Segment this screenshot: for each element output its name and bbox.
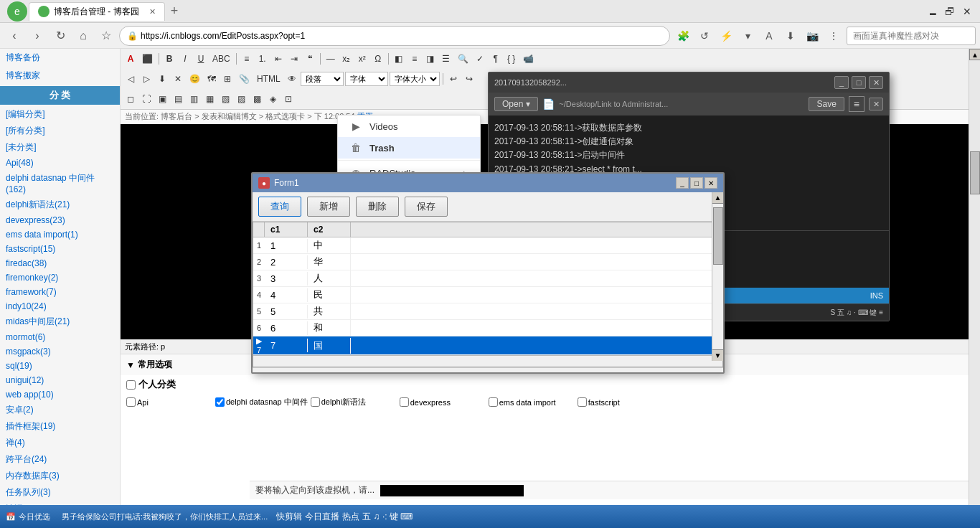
personal-category-checkbox[interactable] [126, 380, 136, 390]
query-button[interactable]: 查询 [258, 197, 301, 217]
delete-button[interactable]: 删除 [356, 197, 399, 217]
grid-row-2[interactable]: 2 2 华 [253, 254, 722, 270]
restore-icon[interactable]: 🗗 [943, 4, 957, 19]
sidebar-item-midas[interactable]: midas中间层(21) [0, 314, 120, 330]
tool-1[interactable]: ▣ [155, 92, 169, 106]
redo-btn[interactable]: ↪ [462, 72, 476, 86]
sidebar-item-all-categories[interactable]: [所有分类] [0, 123, 120, 139]
sidebar-item-ems[interactable]: ems data import(1) [0, 227, 120, 242]
grid-row-4[interactable]: 4 4 民 [253, 287, 722, 303]
close-icon[interactable]: ✕ [960, 4, 974, 19]
category-item-devexpress[interactable]: devexpress [400, 397, 486, 407]
sidebar-item-indy[interactable]: indy10(24) [0, 299, 120, 314]
hr-btn[interactable]: — [324, 52, 338, 66]
tool-7[interactable]: ▩ [250, 92, 264, 106]
grid-row-5[interactable]: 5 5 共 [253, 303, 722, 320]
sidebar-item-framework[interactable]: framework(7) [0, 285, 120, 299]
font-color-btn[interactable]: A [123, 52, 138, 66]
underline-btn[interactable]: U [194, 52, 208, 66]
tool-2[interactable]: ▤ [171, 92, 185, 106]
add-button[interactable]: 新增 [307, 197, 350, 217]
sidebar-item-devexpress[interactable]: devexpress(23) [0, 213, 120, 227]
superscript-btn[interactable]: x² [355, 52, 369, 66]
camera-icon[interactable]: 📷 [802, 26, 822, 46]
bold-btn[interactable]: B [162, 52, 176, 66]
cell-r2-c2[interactable]: 华 [308, 254, 351, 270]
terminal-save-btn[interactable]: Save [809, 97, 844, 111]
sidebar-item-unigui[interactable]: unigui(12) [0, 373, 120, 387]
undo-btn[interactable]: ↩ [446, 72, 461, 86]
insert-img-btn[interactable]: ⬇ [155, 72, 169, 86]
insert-media-btn[interactable]: 📹 [520, 52, 537, 66]
download-icon[interactable]: ⬇ [781, 26, 801, 46]
terminal-restore-btn[interactable]: □ [852, 76, 866, 89]
checkbox-devexpress[interactable] [400, 397, 409, 407]
category-item-api[interactable]: Api [126, 397, 212, 407]
align-right-btn[interactable]: ◨ [423, 52, 438, 66]
sidebar-item-webapp[interactable]: web app(10) [0, 387, 120, 402]
abc-btn[interactable]: ABC [209, 52, 233, 66]
toolbar-arrow-2[interactable]: ▷ [139, 72, 154, 86]
align-center-btn[interactable]: ≡ [407, 52, 422, 66]
grid-row-6[interactable]: 6 6 和 [253, 320, 722, 336]
sidebar-item-plugin[interactable]: 插件框架(19) [0, 418, 120, 435]
tab-close-button[interactable]: ✕ [149, 7, 156, 16]
indent-btn[interactable]: ⇥ [287, 52, 301, 66]
preview-btn[interactable]: 👁 [285, 72, 299, 86]
sidebar-item-task-queue[interactable]: 任务队列(3) [0, 484, 120, 501]
search-input[interactable] [847, 27, 976, 45]
tool-3[interactable]: ▥ [187, 92, 201, 106]
sidebar-item-mormot[interactable]: mormot(6) [0, 330, 120, 344]
grid-scroll-track[interactable] [712, 204, 723, 349]
toolbar-arrow-1[interactable]: ◁ [123, 72, 138, 86]
dropdown-arrow[interactable]: ▾ [738, 26, 758, 46]
checkbox-fastscript[interactable] [578, 397, 587, 407]
back-button[interactable]: ‹ [4, 26, 24, 46]
form1-close-btn[interactable]: ✕ [705, 177, 717, 189]
category-item-datasnap[interactable]: delphi datasnap 中间件 [215, 397, 308, 407]
sidebar-migrate-link[interactable]: 博客搬家 [0, 67, 120, 85]
new-tab-button[interactable]: + [165, 4, 184, 19]
category-item-ems[interactable]: ems data import [489, 397, 575, 407]
taskbar-hot-icon[interactable]: 热点 [342, 511, 359, 523]
highlight-btn[interactable]: ⬛ [139, 52, 156, 66]
extensions-button[interactable]: 🧩 [673, 26, 693, 46]
special-char-btn[interactable]: ¶ [489, 52, 503, 66]
refresh-icon[interactable]: ↺ [694, 26, 715, 46]
tool-9[interactable]: ⊡ [281, 92, 296, 106]
ordered-list-btn[interactable]: 1. [255, 52, 270, 66]
translate-icon[interactable]: A [759, 26, 779, 46]
sidebar-item-delphi-syntax[interactable]: delphi新语法(21) [0, 197, 120, 213]
tool-4[interactable]: ▦ [202, 92, 217, 106]
sidebar-item-android[interactable]: 安卓(2) [0, 402, 120, 418]
checkbox-api[interactable] [126, 397, 136, 407]
paragraph-select[interactable]: 段落段落 [301, 72, 344, 86]
grid-scroll-up[interactable]: ▲ [712, 192, 723, 204]
cell-r6-c1[interactable]: 6 [265, 321, 308, 335]
sidebar-item-fastscript[interactable]: fastscript(15) [0, 242, 120, 256]
outdent-btn[interactable]: ⇤ [271, 52, 286, 66]
unordered-list-btn[interactable]: ≡ [240, 52, 254, 66]
scrollbar-track[interactable] [969, 60, 980, 517]
cell-r5-c2[interactable]: 共 [308, 303, 351, 319]
form1-restore-btn[interactable]: □ [690, 177, 703, 189]
sidebar-item-api[interactable]: Api(48) [0, 156, 120, 170]
bookmark-button[interactable]: ☆ [96, 26, 116, 46]
cell-r5-c1[interactable]: 5 [265, 305, 308, 319]
sidebar-item-sql[interactable]: sql(19) [0, 359, 120, 373]
italic-btn[interactable]: I [178, 52, 192, 66]
checkbox-ems[interactable] [489, 397, 498, 407]
terminal-close-btn[interactable]: ✕ [869, 76, 883, 89]
sidebar-item-firemonkey[interactable]: firemonkey(2) [0, 270, 120, 285]
sidebar-item-edit-category[interactable]: [编辑分类] [0, 106, 120, 123]
terminal-close2-btn[interactable]: ✕ [869, 98, 883, 110]
sidebar-item-uncategorized[interactable]: [未分类] [0, 139, 120, 156]
sidebar-item-memory-db[interactable]: 内存数据库(3) [0, 468, 120, 484]
search-replace-btn[interactable]: 🔍 [455, 52, 471, 66]
align-left-btn[interactable]: ◧ [392, 52, 406, 66]
cell-r2-c1[interactable]: 2 [265, 255, 308, 269]
tool-8[interactable]: ◈ [265, 92, 280, 106]
reload-button[interactable]: ↻ [50, 26, 70, 46]
scrollbar-up-btn[interactable]: ▲ [969, 49, 980, 60]
align-justify-btn[interactable]: ☰ [439, 52, 453, 66]
